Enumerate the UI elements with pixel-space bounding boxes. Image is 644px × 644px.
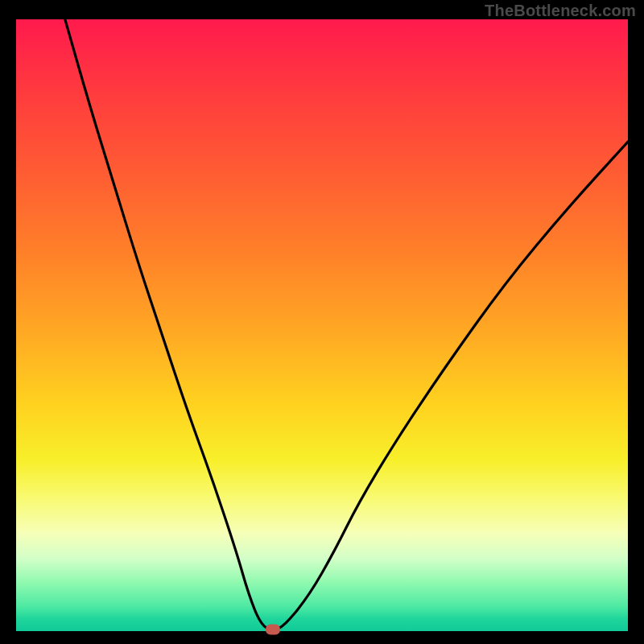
watermark-text: TheBottleneck.com xyxy=(485,2,636,20)
chart-frame: TheBottleneck.com xyxy=(0,0,644,644)
optimum-marker xyxy=(266,624,280,634)
bottleneck-curve xyxy=(16,19,628,631)
curve-path xyxy=(65,19,628,630)
plot-area xyxy=(16,19,628,631)
